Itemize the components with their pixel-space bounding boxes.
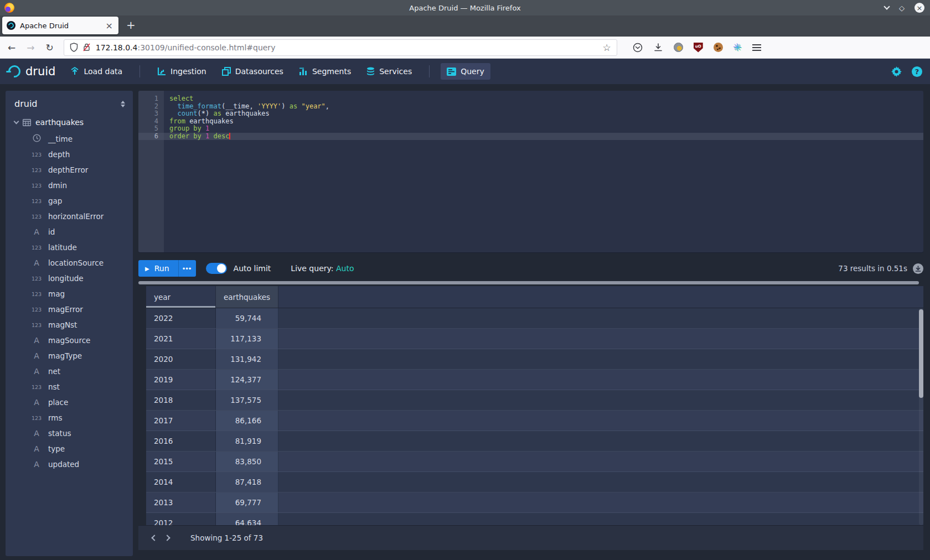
sql-editor[interactable]: 123456 select time_format(__time, 'YYYY'… [138, 91, 923, 252]
cell-year[interactable]: 2020 [146, 349, 216, 369]
cell-earthquakes[interactable]: 86,166 [216, 411, 278, 431]
nav-item-load-data[interactable]: Load data [64, 63, 128, 80]
window-close-icon[interactable]: × [914, 3, 924, 13]
horizontal-scrollbar[interactable] [138, 281, 923, 284]
downloads-icon[interactable] [653, 43, 663, 53]
run-button[interactable]: ▶ Run [138, 260, 178, 277]
prev-page-button[interactable] [146, 531, 161, 545]
cell-earthquakes[interactable]: 59,744 [216, 308, 278, 328]
column-header-earthquakes[interactable]: earthquakes [216, 286, 278, 308]
code-line-2[interactable]: time_format(__time, 'YYYY') as "year", [164, 103, 923, 111]
column-item-rms[interactable]: 123rms [14, 410, 133, 426]
download-results-icon[interactable] [913, 263, 923, 274]
column-header-year[interactable]: year [146, 286, 216, 308]
column-item-updated[interactable]: Aupdated [14, 457, 133, 472]
vertical-scrollbar[interactable] [919, 308, 923, 525]
cell-earthquakes[interactable]: 83,850 [216, 452, 278, 471]
extension-asterisk-icon[interactable]: ✳ [733, 43, 742, 53]
insecure-lock-icon[interactable] [82, 43, 91, 52]
run-more-button[interactable]: ••• [178, 260, 196, 277]
column-item-dmin[interactable]: 123dmin [14, 178, 133, 193]
browser-tab[interactable]: Apache Druid × [2, 17, 118, 34]
column-label: mag [48, 289, 65, 298]
column-item-id[interactable]: Aid [14, 224, 133, 240]
cell-year[interactable]: 2022 [146, 308, 216, 328]
cell-year[interactable]: 2018 [146, 390, 216, 410]
new-tab-button[interactable]: + [126, 18, 136, 32]
column-item-locationSource[interactable]: AlocationSource [14, 255, 133, 271]
nav-item-datasources[interactable]: Datasources [216, 63, 290, 80]
run-toolbar: ▶ Run ••• Auto limit Live query: Auto 73… [138, 258, 923, 279]
column-item-mag[interactable]: 123mag [14, 286, 133, 302]
nav-item-ingestion[interactable]: Ingestion [151, 63, 213, 80]
column-item-magNst[interactable]: 123magNst [14, 317, 133, 333]
druid-logo-icon[interactable] [8, 65, 21, 78]
column-item-status[interactable]: Astatus [14, 426, 133, 441]
cell-earthquakes[interactable]: 69,777 [216, 492, 278, 512]
menu-icon[interactable] [752, 44, 761, 51]
cookie-extension-icon[interactable] [714, 43, 723, 52]
tab-close-icon[interactable]: × [105, 20, 114, 31]
url-text[interactable]: 172.18.0.4:30109/unified-console.html#qu… [96, 43, 603, 52]
window-minimize-icon[interactable] [884, 3, 890, 9]
column-item-time[interactable]: __time [14, 131, 133, 147]
cell-earthquakes[interactable]: 81,919 [216, 431, 278, 451]
settings-gear-icon[interactable] [891, 66, 902, 77]
url-bar[interactable]: 172.18.0.4:30109/unified-console.html#qu… [64, 39, 617, 56]
column-item-place[interactable]: Aplace [14, 395, 133, 410]
column-item-magType[interactable]: AmagType [14, 348, 133, 364]
code-line-5[interactable]: group by 1 [164, 125, 923, 133]
column-item-net[interactable]: Anet [14, 364, 133, 379]
cell-year[interactable]: 2021 [146, 329, 216, 349]
cell-year[interactable]: 2019 [146, 370, 216, 390]
column-item-latitude[interactable]: 123latitude [14, 240, 133, 255]
bookmark-star-icon[interactable]: ☆ [603, 42, 611, 53]
live-query-label[interactable]: Live query: Auto [291, 264, 354, 273]
reload-button[interactable]: ↻ [46, 42, 54, 53]
column-item-magSource[interactable]: AmagSource [14, 333, 133, 348]
nav-item-query[interactable]: Query [441, 63, 490, 80]
back-button[interactable]: ← [8, 42, 16, 53]
window-maximize-icon[interactable]: ◇ [899, 4, 905, 12]
column-item-depthError[interactable]: 123depthError [14, 162, 133, 178]
extension-icon[interactable] [674, 43, 683, 52]
code-line-1[interactable]: select [164, 95, 923, 103]
column-label: net [48, 367, 60, 376]
cell-earthquakes[interactable]: 124,377 [216, 370, 278, 390]
code-line-3[interactable]: count(*) as earthquakes [164, 110, 923, 118]
forward-button[interactable]: → [27, 42, 34, 53]
nav-item-segments[interactable]: Segments [293, 63, 357, 80]
column-item-horizontalError[interactable]: 123horizontalError [14, 209, 133, 224]
column-item-nst[interactable]: 123nst [14, 379, 133, 395]
column-item-depth[interactable]: 123depth [14, 147, 133, 162]
next-page-button[interactable] [161, 531, 175, 545]
cell-year[interactable]: 2015 [146, 452, 216, 471]
ublock-origin-icon[interactable]: uO [694, 43, 703, 53]
cell-earthquakes[interactable]: 117,133 [216, 329, 278, 349]
nav-item-services[interactable]: Services [360, 63, 418, 80]
number-column-icon: 123 [30, 183, 43, 189]
code-line-6[interactable]: order by 1 desc [164, 133, 923, 141]
pocket-icon[interactable] [633, 43, 643, 53]
datasource-earthquakes[interactable]: earthquakes [14, 118, 133, 127]
cell-year[interactable]: 2016 [146, 431, 216, 451]
cell-year[interactable]: 2017 [146, 411, 216, 431]
tracking-shield-icon[interactable] [70, 43, 78, 52]
druid-brand[interactable]: druid [25, 65, 55, 78]
cell-year[interactable]: 2012 [146, 513, 216, 525]
cell-earthquakes[interactable]: 137,575 [216, 390, 278, 410]
cell-earthquakes[interactable]: 64,634 [216, 513, 278, 525]
help-icon[interactable]: ? [912, 66, 922, 77]
column-item-type[interactable]: Atype [14, 441, 133, 457]
cell-year[interactable]: 2014 [146, 472, 216, 492]
column-item-longitude[interactable]: 123longitude [14, 271, 133, 286]
cell-year[interactable]: 2013 [146, 492, 216, 512]
column-item-gap[interactable]: 123gap [14, 193, 133, 209]
column-item-magError[interactable]: 123magError [14, 302, 133, 317]
sort-icon[interactable] [121, 101, 125, 107]
auto-limit-toggle[interactable] [206, 263, 227, 274]
cell-earthquakes[interactable]: 131,942 [216, 349, 278, 369]
cell-earthquakes[interactable]: 87,418 [216, 472, 278, 492]
chevron-down-icon[interactable] [14, 119, 19, 125]
code-line-4[interactable]: from earthquakes [164, 118, 923, 126]
